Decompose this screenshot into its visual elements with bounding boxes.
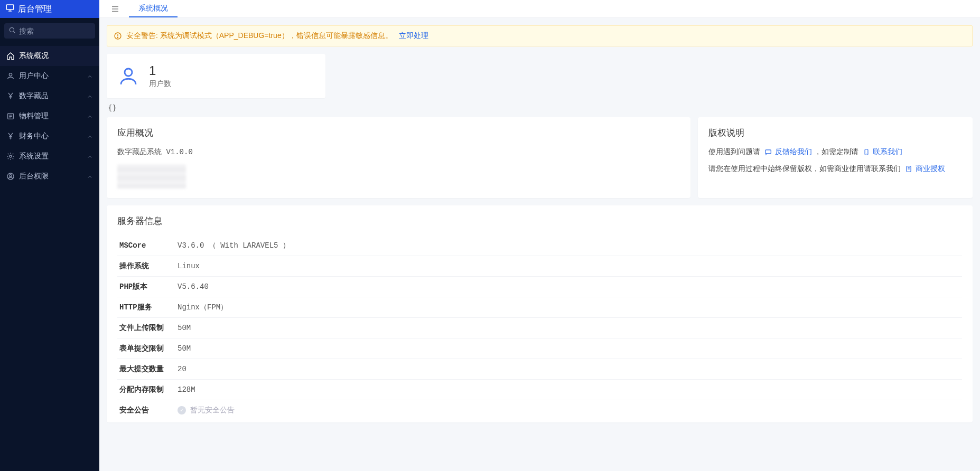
copyright-text-2a: 请您在使用过程中始终保留版权，如需商业使用请联系我们	[708, 164, 901, 173]
svg-point-19	[125, 69, 132, 76]
sidebar-item-6[interactable]: 后台权限	[0, 166, 99, 186]
app-version: 数字藏品系统 V1.0.0	[117, 147, 680, 157]
sidebar-item-5[interactable]: 系统设置	[0, 146, 99, 166]
sidebar-item-label: 财务中心	[19, 131, 49, 141]
server-row-notice: 安全公告暂无安全公告	[117, 400, 962, 421]
server-row: 表单提交限制50M	[117, 338, 962, 359]
alert-action-link[interactable]: 立即处理	[399, 31, 428, 41]
server-key: HTTP服务	[117, 297, 175, 318]
server-row: 最大提交数量20	[117, 359, 962, 380]
stat-value: 1	[149, 63, 171, 78]
link-license[interactable]: 商业授权	[916, 164, 945, 173]
user-icon	[6, 72, 15, 80]
warning-icon	[114, 32, 122, 40]
link-contact[interactable]: 联系我们	[873, 147, 902, 156]
gear-icon	[6, 152, 15, 161]
server-key: PHP版本	[117, 277, 175, 297]
server-value: V5.6.40	[175, 277, 962, 297]
server-key: 操作系统	[117, 256, 175, 277]
phone-icon	[863, 148, 870, 156]
server-value: Nginx（FPM）	[175, 297, 962, 318]
sidebar-item-4[interactable]: 财务中心	[0, 126, 99, 146]
server-key: 安全公告	[117, 400, 175, 421]
chevron-up-icon	[87, 73, 93, 79]
sidebar-item-label: 物料管理	[19, 111, 49, 121]
svg-rect-20	[766, 150, 771, 154]
alert-text: 安全警告: 系统为调试模式（APP_DEBUG=true），错误信息可能暴露敏感…	[126, 31, 393, 41]
search-input[interactable]	[19, 27, 91, 35]
server-value: 20	[175, 359, 962, 380]
redacted-block	[117, 164, 186, 189]
server-row: 操作系统Linux	[117, 256, 962, 277]
yen-icon	[6, 92, 15, 100]
server-value: 暂无安全公告	[175, 400, 962, 421]
svg-point-10	[10, 155, 12, 157]
svg-point-18	[117, 37, 118, 37]
sidebar-item-label: 后台权限	[19, 172, 49, 181]
sidebar-item-label: 用户中心	[19, 71, 49, 81]
tab-system-overview[interactable]: 系统概况	[129, 0, 178, 17]
server-value: 128M	[175, 380, 962, 400]
link-feedback[interactable]: 反馈给我们	[775, 147, 812, 156]
sidebar-item-label: 系统设置	[19, 152, 49, 161]
chevron-up-icon	[87, 113, 93, 119]
server-value: 50M	[175, 338, 962, 359]
server-key: 文件上传限制	[117, 318, 175, 338]
copyright-text-1a: 使用遇到问题请	[708, 147, 760, 156]
chevron-up-icon	[87, 133, 93, 139]
server-key: 分配内存限制	[117, 380, 175, 400]
stat-user-count: 1 用户数	[107, 54, 325, 98]
sidebar: 后台管理 系统概况用户中心数字藏品物料管理财务中心系统设置后台权限	[0, 0, 99, 471]
svg-point-5	[9, 73, 12, 76]
sidebar-item-label: 数字藏品	[19, 91, 49, 101]
server-key: 最大提交数量	[117, 359, 175, 380]
svg-rect-0	[6, 5, 14, 10]
server-row: 分配内存限制128M	[117, 380, 962, 400]
server-row: 文件上传限制50M	[117, 318, 962, 338]
document-icon	[905, 165, 912, 173]
sidebar-item-3[interactable]: 物料管理	[0, 106, 99, 126]
stat-label: 用户数	[149, 79, 171, 89]
main: 系统概况 安全警告: 系统为调试模式（APP_DEBUG=true），错误信息可…	[99, 0, 980, 471]
sidebar-item-1[interactable]: 用户中心	[0, 66, 99, 86]
home-icon	[6, 52, 15, 60]
svg-line-4	[13, 31, 15, 33]
server-value: 50M	[175, 318, 962, 338]
chevron-up-icon	[87, 173, 93, 180]
server-value: V3.6.0 （ With LARAVEL5 ）	[175, 236, 962, 256]
sidebar-item-0[interactable]: 系统概况	[0, 46, 99, 66]
server-empty-text: 暂无安全公告	[190, 406, 235, 415]
sidebar-item-label: 系统概况	[19, 51, 49, 61]
chevron-up-icon	[87, 93, 93, 99]
server-key: MSCore	[117, 236, 175, 256]
alert-warning: 安全警告: 系统为调试模式（APP_DEBUG=true），错误信息可能暴露敏感…	[107, 25, 973, 46]
server-info-title: 服务器信息	[117, 215, 962, 227]
svg-point-12	[10, 175, 12, 177]
menu-toggle[interactable]	[105, 0, 126, 17]
panel-server-info: 服务器信息 MSCoreV3.6.0 （ With LARAVEL5 ）操作系统…	[107, 205, 973, 422]
app-overview-title: 应用概况	[117, 127, 680, 139]
copyright-title: 版权说明	[708, 127, 962, 139]
raw-braces: {}	[108, 103, 973, 112]
copyright-text-1b: ，如需定制请	[814, 147, 858, 156]
monitor-icon	[5, 3, 15, 15]
svg-point-3	[10, 27, 14, 32]
user-circle-icon	[6, 172, 15, 181]
tabs-bar: 系统概况	[99, 0, 980, 18]
brand: 后台管理	[0, 0, 99, 18]
chevron-up-icon	[87, 153, 93, 159]
panel-copyright: 版权说明 使用遇到问题请 反馈给我们 ，如需定制请 联系我们	[698, 117, 973, 198]
search-icon	[8, 26, 16, 35]
yen-icon	[6, 132, 15, 140]
server-value: Linux	[175, 256, 962, 277]
search-box[interactable]	[4, 23, 95, 39]
message-icon	[764, 148, 772, 156]
check-circle-icon	[178, 406, 186, 415]
brand-title: 后台管理	[18, 4, 52, 15]
list-icon	[6, 112, 15, 120]
sidebar-item-2[interactable]: 数字藏品	[0, 86, 99, 106]
server-row: HTTP服务Nginx（FPM）	[117, 297, 962, 318]
panel-app-overview: 应用概况 数字藏品系统 V1.0.0	[107, 117, 690, 198]
server-key: 表单提交限制	[117, 338, 175, 359]
server-row: PHP版本V5.6.40	[117, 277, 962, 297]
